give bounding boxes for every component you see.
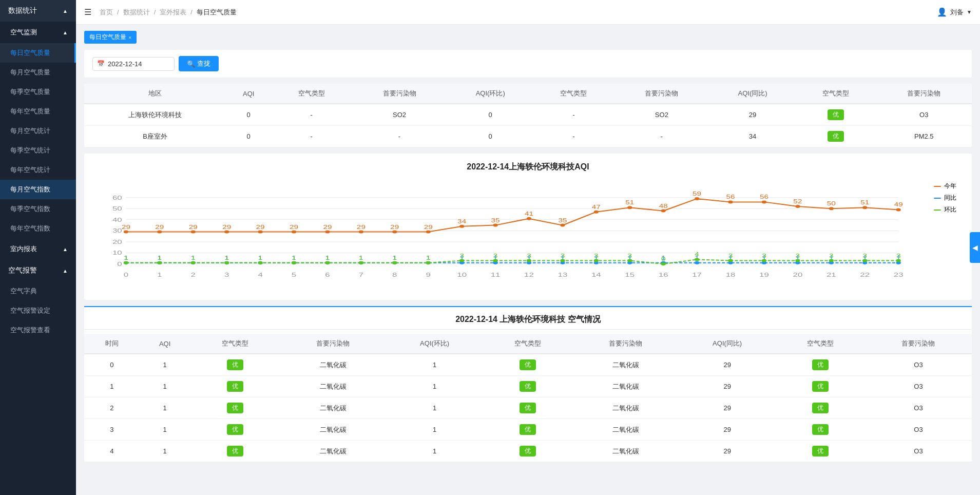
badge-good: 优 <box>812 381 829 392</box>
svg-point-146 <box>325 261 330 264</box>
svg-point-158 <box>527 259 531 262</box>
chevron-down-icon[interactable]: ▼ <box>967 9 972 15</box>
sidebar-item-alarm-view[interactable]: 空气报警查看 <box>0 320 76 340</box>
col-pollutant2: 首要污染物 <box>280 334 387 354</box>
cell-pollutant-tb2: O3 <box>865 419 972 441</box>
sidebar-item-yearly-index[interactable]: 每年空气指数 <box>0 219 76 238</box>
topbar-right: 👤 刘备 ▼ <box>937 7 972 17</box>
cell-air-type-hb: - <box>533 104 613 126</box>
svg-text:60: 60 <box>112 195 122 201</box>
cell-air-type-hb2: 优 <box>483 419 572 441</box>
table-row: B座室外 0 - - 0 - - 34 优 PM2.5 <box>84 126 972 147</box>
col-aqi-hb2: AQI(环比) <box>387 334 483 354</box>
topbar-left: ☰ 首页 / 数据统计 / 室外报表 / 每日空气质量 <box>84 7 237 17</box>
legend-label-thisyear: 今年 <box>944 182 956 191</box>
sidebar-item-yearly-air[interactable]: 每年空气质量 <box>0 102 76 121</box>
cell-aqi-hb2: 1 <box>387 397 483 419</box>
overview-table: 地区 AQI 空气类型 首要污染物 AQI(环比) 空气类型 首要污染物 AQI… <box>84 84 972 147</box>
cell-air-type-tb: 优 <box>796 104 876 126</box>
sidebar-item-indoor-report[interactable]: 室内报表 ▲ <box>0 238 76 260</box>
search-label: 查拢 <box>197 59 210 68</box>
svg-point-84 <box>896 208 901 211</box>
sidebar-section-data-stats[interactable]: 数据统计 ▲ <box>0 0 76 22</box>
svg-text:29: 29 <box>155 224 164 230</box>
svg-point-40 <box>157 231 162 234</box>
tab-daily-air[interactable]: 每日空气质量 × <box>84 31 137 44</box>
svg-point-70 <box>661 210 666 213</box>
svg-text:29: 29 <box>122 224 130 230</box>
svg-text:3: 3 <box>829 253 834 259</box>
breadcrumb-sep3: / <box>190 8 193 16</box>
cell-aqi2: 1 <box>140 419 190 441</box>
search-button[interactable]: 🔍 查拢 <box>179 56 219 71</box>
chevron-up-icon: ▲ <box>63 268 68 274</box>
sidebar-item-yearly-stats[interactable]: 每年空气统计 <box>0 160 76 180</box>
svg-point-58 <box>459 225 464 228</box>
sidebar-item-air-dict[interactable]: 空气字典 <box>0 281 76 301</box>
svg-text:13: 13 <box>558 272 568 278</box>
sidebar-item-alarm-settings[interactable]: 空气报警设定 <box>0 301 76 320</box>
svg-text:50: 50 <box>827 201 836 207</box>
svg-text:20: 20 <box>112 239 122 245</box>
svg-text:19: 19 <box>759 272 769 278</box>
cell-pollutant2: 二氧化碳 <box>280 419 387 441</box>
col-aqi-tb: AQI(同比) <box>709 84 796 104</box>
svg-text:3: 3 <box>459 253 464 259</box>
table-row: 上海轶伦环境科技 0 - SO2 0 - SO2 29 优 O3 <box>84 104 972 126</box>
breadcrumb-home[interactable]: 首页 <box>100 8 113 17</box>
tab-close-icon[interactable]: × <box>128 34 131 41</box>
svg-text:3: 3 <box>762 253 766 259</box>
sidebar-item-monthly-stats[interactable]: 每月空气统计 <box>0 121 76 141</box>
sidebar-item-air-monitor[interactable]: 空气监测 ▲ <box>0 22 76 43</box>
sidebar-section-air-alarm[interactable]: 空气报警 ▲ <box>0 260 76 281</box>
svg-text:41: 41 <box>525 211 533 217</box>
svg-text:3: 3 <box>628 253 632 259</box>
chart1-title: 2022-12-14上海轶伦环境科技AQI <box>84 154 972 177</box>
cell-air-type-tb2: 优 <box>775 441 865 462</box>
breadcrumb-data-stats[interactable]: 数据统计 <box>123 8 150 17</box>
cell-pollutant-hb2: 二氧化碳 <box>572 419 679 441</box>
cell-aqi-tb2: 29 <box>679 419 776 441</box>
badge-good: 优 <box>812 446 829 456</box>
chevron-up-icon: ▲ <box>63 246 68 252</box>
detail-header-row: 时间 AQI 空气类型 首要污染物 AQI(环比) 空气类型 首要污染物 AQI… <box>84 334 972 354</box>
breadcrumb-outdoor[interactable]: 室外报表 <box>160 8 186 17</box>
hamburger-icon[interactable]: ☰ <box>84 7 91 17</box>
col-air-type: 空气类型 <box>271 84 351 104</box>
svg-point-64 <box>560 224 565 227</box>
cell-air-type-hb2: 优 <box>483 397 572 419</box>
sidebar-item-seasonal-index[interactable]: 每季空气指数 <box>0 199 76 219</box>
svg-text:12: 12 <box>524 272 534 278</box>
svg-text:0: 0 <box>124 272 128 278</box>
sidebar-item-daily-air[interactable]: 每日空气质量 <box>0 43 76 63</box>
svg-text:29: 29 <box>357 224 366 230</box>
legend-label-tongbi: 同比 <box>944 194 956 202</box>
sidebar-item-label: 室内报表 <box>10 244 37 254</box>
sidebar-item-monthly-air[interactable]: 每月空气质量 <box>0 63 76 82</box>
svg-text:29: 29 <box>290 224 298 230</box>
svg-text:1: 1 <box>258 255 263 261</box>
svg-text:40: 40 <box>112 217 122 223</box>
cell-pollutant-hb2: 二氧化碳 <box>572 441 679 462</box>
sidebar-item-seasonal-stats[interactable]: 每季空气统计 <box>0 141 76 160</box>
detail-table: 时间 AQI 空气类型 首要污染物 AQI(环比) 空气类型 首要污染物 AQI… <box>84 334 972 462</box>
date-picker[interactable]: 📅 2022-12-14 <box>92 57 175 71</box>
svg-point-82 <box>862 206 867 209</box>
svg-text:29: 29 <box>189 224 198 230</box>
content-area: 每日空气质量 × 📅 2022-12-14 🔍 查拢 地区 AQI <box>76 25 980 495</box>
svg-point-120 <box>695 261 699 264</box>
svg-text:1: 1 <box>426 255 431 261</box>
svg-text:51: 51 <box>625 200 634 206</box>
svg-point-160 <box>560 259 565 262</box>
right-sidebar-toggle[interactable]: ◀ <box>970 232 980 263</box>
cell-pollutant-tb2: O3 <box>865 376 972 397</box>
sidebar-item-seasonal-air[interactable]: 每季空气质量 <box>0 82 76 102</box>
svg-point-78 <box>795 205 800 208</box>
svg-text:29: 29 <box>222 224 231 230</box>
cell-time: 4 <box>84 441 140 462</box>
svg-point-44 <box>224 231 229 234</box>
svg-text:47: 47 <box>592 204 601 211</box>
sidebar-item-monthly-index[interactable]: 每月空气指数 <box>0 180 76 199</box>
svg-text:1: 1 <box>158 255 162 261</box>
svg-text:3: 3 <box>493 253 498 259</box>
